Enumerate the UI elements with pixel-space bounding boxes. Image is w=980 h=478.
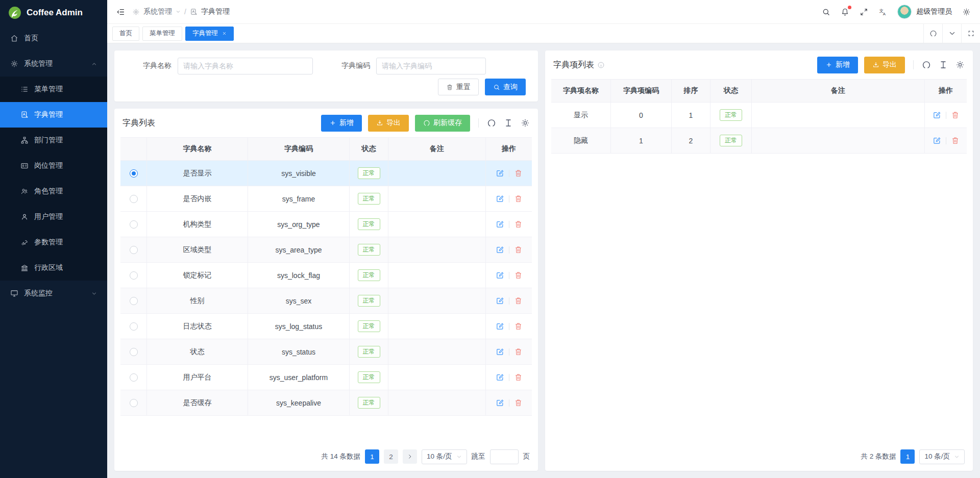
sidebar-item-user-mgmt[interactable]: 用户管理 bbox=[0, 204, 107, 230]
row-density-icon[interactable] bbox=[939, 60, 948, 69]
sidebar-item-param-mgmt[interactable]: 参数管理 bbox=[0, 230, 107, 255]
sidebar-item-system-mgmt[interactable]: 系统管理 bbox=[0, 51, 107, 77]
edit-icon[interactable] bbox=[496, 373, 504, 382]
tab-home[interactable]: 首页 bbox=[112, 27, 139, 41]
page-size-select[interactable]: 10 条/页 bbox=[422, 449, 467, 464]
column-settings-icon[interactable] bbox=[955, 60, 965, 69]
delete-icon[interactable] bbox=[514, 194, 523, 203]
row-radio[interactable] bbox=[130, 348, 138, 356]
row-radio[interactable] bbox=[130, 271, 138, 280]
table-row[interactable]: 隐藏 1 2 正常 bbox=[551, 128, 967, 154]
delete-icon[interactable] bbox=[514, 169, 523, 178]
delete-icon[interactable] bbox=[514, 271, 523, 280]
table-row[interactable]: 用户平台 sys_user_platform 正常 bbox=[120, 365, 532, 390]
sidebar-item-menu-mgmt[interactable]: 菜单管理 bbox=[0, 77, 107, 102]
table-row[interactable]: 性别 sys_sex 正常 bbox=[120, 288, 532, 314]
table-row[interactable]: 是否内嵌 sys_frame 正常 bbox=[120, 186, 532, 212]
row-radio[interactable] bbox=[130, 195, 138, 203]
remark-cell bbox=[388, 365, 486, 390]
page-button-1[interactable]: 1 bbox=[900, 449, 915, 464]
sidebar-item-system-monitor[interactable]: 系统监控 bbox=[0, 281, 107, 306]
row-density-icon[interactable] bbox=[504, 118, 513, 128]
tab-menu-mgmt[interactable]: 菜单管理 bbox=[142, 27, 182, 41]
sidebar-item-post-mgmt[interactable]: 岗位管理 bbox=[0, 153, 107, 179]
row-radio[interactable] bbox=[130, 297, 138, 305]
page-button-2[interactable]: 2 bbox=[384, 449, 398, 464]
breadcrumb-level1[interactable]: 系统管理 bbox=[143, 7, 172, 16]
sidebar-item-dict-mgmt[interactable]: 字典管理 bbox=[0, 102, 107, 128]
sidebar-item-home[interactable]: 首页 bbox=[0, 26, 107, 51]
add-dict-button[interactable]: 新增 bbox=[321, 115, 362, 132]
delete-icon[interactable] bbox=[514, 347, 523, 356]
close-icon[interactable] bbox=[222, 31, 227, 36]
edit-icon[interactable] bbox=[496, 322, 504, 331]
edit-icon[interactable] bbox=[496, 220, 504, 229]
search-icon[interactable] bbox=[822, 8, 830, 16]
user-menu[interactable]: 超级管理员 bbox=[897, 5, 952, 19]
row-radio[interactable] bbox=[130, 322, 138, 331]
sidebar-item-role-mgmt[interactable]: 角色管理 bbox=[0, 179, 107, 204]
edit-icon[interactable] bbox=[496, 347, 504, 356]
delete-icon[interactable] bbox=[514, 398, 523, 407]
row-radio[interactable] bbox=[130, 373, 138, 382]
export-dict-item-button[interactable]: 导出 bbox=[864, 57, 905, 73]
translate-icon[interactable] bbox=[878, 8, 887, 16]
query-button[interactable]: 查询 bbox=[485, 79, 526, 95]
collapse-sidebar-icon[interactable] bbox=[116, 8, 125, 16]
delete-icon[interactable] bbox=[514, 322, 523, 331]
delete-icon[interactable] bbox=[514, 296, 523, 305]
delete-icon[interactable] bbox=[514, 373, 523, 382]
add-dict-item-button[interactable]: 新增 bbox=[817, 57, 858, 73]
table-row[interactable]: 日志状态 sys_log_status 正常 bbox=[120, 314, 532, 339]
edit-icon[interactable] bbox=[496, 398, 504, 407]
item-sort-cell: 1 bbox=[672, 103, 710, 128]
sidebar-item-region-mgmt[interactable]: 行政区域 bbox=[0, 255, 107, 281]
edit-icon[interactable] bbox=[496, 194, 504, 203]
dict-name-input[interactable] bbox=[178, 58, 313, 74]
info-icon[interactable] bbox=[597, 61, 605, 69]
delete-icon[interactable] bbox=[514, 245, 523, 254]
refresh-page-button[interactable] bbox=[923, 24, 942, 43]
jump-page-input[interactable] bbox=[490, 449, 519, 464]
panel-title: 字典项列表 bbox=[553, 60, 605, 70]
table-row[interactable]: 锁定标记 sys_lock_flag 正常 bbox=[120, 263, 532, 288]
page-size-select[interactable]: 10 条/页 bbox=[919, 449, 965, 464]
refresh-cache-button[interactable]: 刷新缓存 bbox=[415, 115, 470, 132]
edit-icon[interactable] bbox=[496, 271, 504, 280]
table-row[interactable]: 显示 0 1 正常 bbox=[551, 103, 967, 128]
row-radio[interactable] bbox=[130, 246, 138, 254]
edit-icon[interactable] bbox=[933, 111, 941, 119]
notifications-button[interactable] bbox=[841, 8, 849, 16]
table-row[interactable]: 机构类型 sys_org_type 正常 bbox=[120, 212, 532, 237]
fullscreen-icon[interactable] bbox=[860, 8, 868, 16]
row-radio[interactable] bbox=[130, 399, 138, 407]
edit-icon[interactable] bbox=[496, 296, 504, 305]
tab-options-button[interactable] bbox=[942, 24, 961, 43]
reload-table-icon[interactable] bbox=[922, 60, 931, 69]
delete-icon[interactable] bbox=[951, 111, 960, 119]
table-row[interactable]: 状态 sys_status 正常 bbox=[120, 339, 532, 365]
edit-icon[interactable] bbox=[496, 169, 504, 178]
page-button-1[interactable]: 1 bbox=[365, 449, 379, 464]
jump-label: 跳至 bbox=[472, 452, 485, 461]
breadcrumb-level2[interactable]: 字典管理 bbox=[201, 7, 230, 16]
dict-code-input[interactable] bbox=[376, 58, 486, 74]
table-row[interactable]: 是否缓存 sys_keepalive 正常 bbox=[120, 390, 532, 416]
tab-dict-mgmt[interactable]: 字典管理 bbox=[185, 27, 234, 41]
edit-icon[interactable] bbox=[933, 136, 941, 145]
column-settings-icon[interactable] bbox=[521, 118, 530, 128]
row-radio[interactable] bbox=[130, 220, 138, 229]
export-dict-button[interactable]: 导出 bbox=[368, 115, 409, 132]
next-page-button[interactable] bbox=[403, 449, 417, 464]
settings-gear-icon[interactable] bbox=[962, 8, 971, 16]
delete-icon[interactable] bbox=[951, 136, 960, 145]
delete-icon[interactable] bbox=[514, 220, 523, 229]
sidebar-item-dept-mgmt[interactable]: 部门管理 bbox=[0, 128, 107, 153]
reset-button[interactable]: 重置 bbox=[438, 79, 479, 95]
edit-icon[interactable] bbox=[496, 245, 504, 254]
maximize-content-button[interactable] bbox=[961, 24, 980, 43]
row-radio[interactable] bbox=[130, 169, 138, 178]
table-row[interactable]: 区域类型 sys_area_type 正常 bbox=[120, 237, 532, 263]
table-row[interactable]: 是否显示 sys_visible 正常 bbox=[120, 161, 532, 186]
reload-table-icon[interactable] bbox=[487, 118, 496, 128]
